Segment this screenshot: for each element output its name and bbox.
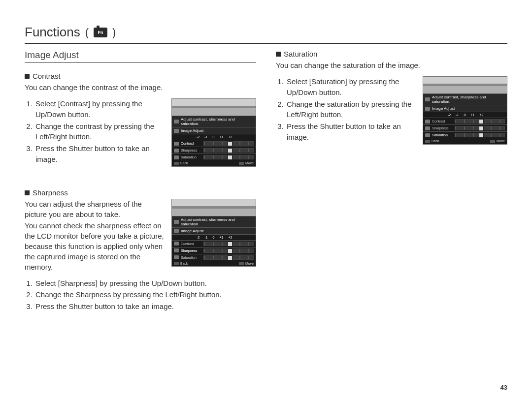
slider-label: Saturation (181, 155, 201, 159)
lcd-back: Back (174, 262, 188, 266)
row-icon (174, 242, 179, 246)
lcd-hint-row: Adjust contrast, sharpness and saturatio… (172, 216, 256, 227)
triangle-icon (174, 129, 179, 133)
slider-label: Saturation (181, 256, 201, 259)
scale-tick: -1 (456, 113, 459, 117)
scale-tick: +2 (228, 236, 232, 239)
scale-tick: 0 (212, 236, 214, 239)
slider-marker (479, 133, 484, 138)
lcd-slider-row: Sharpness (172, 247, 256, 254)
sharpness-steps: Select [Sharpness] by pressing the Up/Do… (25, 278, 256, 312)
list-item: Change the saturation by pressing the Le… (286, 99, 416, 121)
list-item: Select [Sharpness] by pressing the Up/Do… (34, 278, 256, 289)
triangle-icon (425, 107, 430, 111)
list-item: Press the Shutter button to take an imag… (34, 301, 256, 312)
right-column: Saturation You can change the saturation… (276, 50, 507, 334)
contrast-block: Contrast You can change the contrast of … (25, 72, 256, 167)
row-icon (425, 133, 430, 137)
slider-label: Saturation (432, 133, 453, 137)
sharpness-heading: Sharpness (25, 188, 256, 197)
lcd-preview-contrast: Adjust contrast, sharpness and saturatio… (171, 98, 256, 167)
page-number: 43 (500, 384, 507, 391)
scale-tick: +1 (219, 236, 223, 239)
slider-marker (228, 148, 233, 153)
list-item: Select [Contrast] by pressing the Up/Dow… (34, 98, 165, 120)
scale-tick: -2 (448, 113, 451, 117)
lcd-sub-text: Image Adjust (181, 128, 203, 133)
list-item: Press the Shutter button to take an imag… (34, 143, 165, 165)
saturation-block: Saturation You can change the saturation… (276, 50, 507, 145)
lcd-photo (172, 99, 256, 116)
lcd-photo (423, 77, 507, 93)
row-icon (425, 126, 430, 130)
lcd-move: Move (239, 161, 254, 165)
scale-tick: +1 (219, 135, 223, 139)
lcd-hint-row: Adjust contrast, sharpness and saturatio… (423, 93, 507, 105)
list-item: Select [Saturation] by pressing the Up/D… (286, 76, 416, 98)
menu-icon (174, 262, 179, 265)
row-icon (174, 255, 179, 259)
scale-tick: +1 (470, 113, 474, 117)
row-icon (425, 120, 430, 123)
lcd-slider-row: Saturation (172, 254, 256, 261)
slider-label: Sharpness (181, 249, 201, 252)
slider-bar (203, 148, 254, 153)
bullet-square-icon (25, 190, 30, 195)
saturation-steps: Select [Saturation] by pressing the Up/D… (276, 76, 416, 144)
row-icon (174, 155, 179, 159)
left-column: Image Adjust Contrast You can change the… (25, 50, 256, 334)
lcd-preview-saturation: Adjust contrast, sharpness and saturatio… (423, 76, 507, 145)
title-text: Functions (25, 25, 80, 40)
scale-tick: 0 (212, 135, 214, 139)
slider-marker (228, 255, 233, 260)
info-icon (174, 220, 179, 224)
slider-marker (228, 248, 233, 253)
lcd-sub-row: Image Adjust (172, 127, 256, 134)
list-item: Change the contrast by pressing the Left… (34, 121, 165, 143)
lcd-scale-row: -2-10+1+2 (423, 112, 507, 118)
paren-close: ) (112, 26, 116, 39)
bullet-square-icon (25, 74, 30, 79)
slider-bar (203, 141, 254, 146)
lcd-photo (172, 199, 256, 216)
slider-marker (479, 126, 484, 131)
row-icon (174, 142, 179, 146)
sharpness-desc-2: You cannot check the sharpness effect on… (25, 220, 165, 272)
lcd-preview-sharpness: Adjust contrast, sharpness and saturatio… (171, 199, 256, 267)
triangle-icon (174, 229, 179, 233)
list-item: Change the Sharpness by pressing the Lef… (34, 289, 256, 300)
sharpness-desc-1: You can adjust the sharpness of the pict… (25, 199, 165, 219)
lcd-hint-row: Adjust contrast, sharpness and saturatio… (172, 116, 256, 127)
scale-tick: +2 (228, 135, 232, 139)
lcd-hint-text: Adjust contrast, sharpness and saturatio… (181, 117, 254, 126)
scale-tick: -2 (197, 135, 200, 139)
lcd-slider-row: Contrast (172, 240, 256, 247)
info-icon (174, 120, 179, 123)
slider-bar (455, 119, 505, 123)
slider-marker (228, 141, 233, 146)
slider-label: Contrast (181, 242, 201, 246)
lcd-back: Back (425, 139, 439, 143)
lcd-move: Move (239, 262, 254, 266)
saturation-desc: You can change the saturation of the ima… (276, 60, 507, 70)
slider-label: Sharpness (432, 126, 453, 130)
slider-label: Sharpness (181, 149, 201, 152)
lcd-back: Back (174, 161, 188, 165)
dpad-icon (239, 162, 244, 165)
lcd-footer: BackMove (423, 138, 507, 144)
lcd-hint-text: Adjust contrast, sharpness and saturatio… (181, 217, 254, 226)
page-title: Functions ( Fn ) (25, 25, 507, 44)
slider-bar (203, 255, 254, 260)
scale-tick: 0 (464, 113, 466, 117)
lcd-footer: BackMove (172, 261, 256, 267)
lcd-scale-row: -2-10+1+2 (172, 234, 256, 240)
slider-bar (203, 155, 254, 159)
paren-open: ( (85, 26, 89, 39)
lcd-sub-row: Image Adjust (423, 105, 507, 112)
contrast-steps: Select [Contrast] by pressing the Up/Dow… (25, 98, 165, 166)
contrast-heading: Contrast (25, 72, 256, 80)
lcd-slider-row: Sharpness (172, 147, 256, 154)
dpad-icon (490, 140, 495, 143)
slider-marker (228, 155, 233, 160)
lcd-slider-row: Saturation (172, 154, 256, 160)
